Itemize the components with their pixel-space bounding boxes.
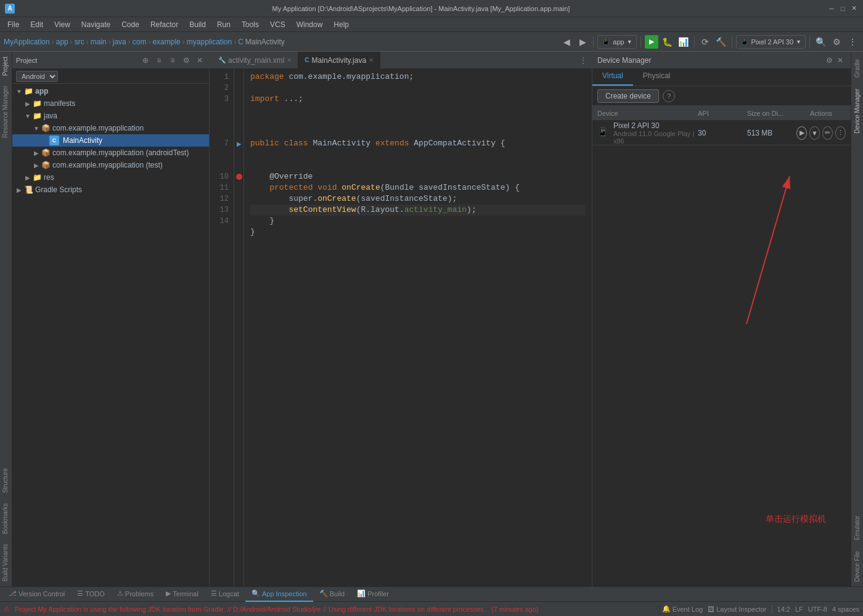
expand-arrow-gradle[interactable]: ▶ — [15, 187, 23, 193]
expand-arrow-app[interactable]: ▼ — [15, 88, 23, 95]
sidebar-tab-bookmarks[interactable]: Bookmarks — [0, 498, 12, 539]
breadcrumb-java[interactable]: java — [113, 38, 126, 46]
event-log-btn[interactable]: 🔔 Event Log — [662, 605, 703, 613]
breakpoint-10[interactable] — [236, 174, 242, 180]
tree-item-app[interactable]: ▼ 📁 app — [12, 85, 209, 97]
menu-window[interactable]: Window — [292, 19, 328, 30]
bottom-tab-build[interactable]: 🔨 Build — [313, 587, 351, 602]
dm-close-btn[interactable]: ✕ — [835, 55, 846, 66]
bottom-tab-appinspection[interactable]: 🔍 App Inspection — [245, 587, 313, 602]
tree-item-gradle[interactable]: ▶ 📜 Gradle Scripts — [12, 184, 209, 196]
run-button[interactable]: ▶ — [645, 35, 658, 49]
bottom-tab-problems[interactable]: ⚠ Problems — [111, 587, 160, 602]
tab-overflow-btn[interactable]: ⋮ — [577, 54, 589, 67]
tree-item-test[interactable]: ▶ 📦 com.example.myapplication (test) — [12, 159, 209, 171]
more-actions-btn[interactable]: ⋮ — [835, 126, 846, 140]
bottom-tab-versioncontrol[interactable]: ⎇ Version Control — [2, 587, 71, 602]
close-btn[interactable]: ✕ — [849, 4, 858, 13]
sidebar-tab-devicefile[interactable]: Device File — [852, 546, 862, 586]
layout-inspector-btn[interactable]: 🖼 Layout Inspector — [708, 606, 766, 613]
back-btn[interactable]: ◀ — [560, 35, 573, 49]
sidebar-tab-emulator[interactable]: Emulator — [852, 511, 862, 545]
breadcrumb-example[interactable]: example — [152, 38, 180, 46]
encoding[interactable]: UTF-8 — [808, 606, 827, 613]
sidebar-tab-gradle[interactable]: Gradle — [852, 54, 862, 83]
menu-refactor[interactable]: Refactor — [145, 19, 183, 30]
help-btn[interactable]: ? — [663, 90, 675, 102]
create-device-btn[interactable]: Create device — [597, 89, 659, 103]
sort-btn[interactable]: ≡ — [153, 55, 165, 66]
search-everywhere-btn[interactable]: 🔍 — [814, 35, 827, 49]
menu-vcs[interactable]: VCS — [265, 19, 290, 30]
breadcrumb-app[interactable]: app — [56, 38, 68, 46]
tree-item-package[interactable]: ▼ 📦 com.example.myapplication — [12, 122, 209, 134]
debug-btn[interactable]: 🐛 — [661, 35, 674, 49]
bottom-tab-logcat[interactable]: ☰ Logcat — [205, 587, 245, 602]
menu-file[interactable]: File — [2, 19, 24, 30]
menu-run[interactable]: Run — [212, 19, 235, 30]
settings-btn2[interactable]: ⚙ — [181, 55, 192, 66]
bottom-tab-todo[interactable]: ☰ TODO — [71, 587, 111, 602]
more-btn[interactable]: ⋮ — [846, 35, 859, 49]
add-dir-btn[interactable]: ⊕ — [140, 55, 151, 66]
breadcrumb-main[interactable]: main — [91, 38, 107, 46]
menu-code[interactable]: Code — [117, 19, 144, 30]
sidebar-tab-structure[interactable]: Structure — [0, 463, 12, 498]
pixel-selector[interactable]: 📱 Pixel 2 API 30 ▼ — [736, 35, 806, 49]
dm-settings-btn[interactable]: ⚙ — [824, 55, 835, 66]
profile-btn[interactable]: 📊 — [677, 35, 690, 49]
sidebar-tab-project[interactable]: Project — [0, 52, 12, 81]
line-ending[interactable]: LF — [795, 606, 803, 613]
maximize-btn[interactable]: □ — [838, 4, 847, 13]
project-view-dropdown[interactable]: Android Project — [16, 71, 58, 82]
expand-arrow-package[interactable]: ▼ — [32, 125, 41, 132]
build-btn[interactable]: 🔨 — [714, 35, 728, 49]
menu-navigate[interactable]: Navigate — [76, 19, 115, 30]
menu-edit[interactable]: Edit — [25, 19, 48, 30]
settings-btn[interactable]: ⚙ — [830, 35, 843, 49]
breadcrumb-src[interactable]: src — [75, 38, 84, 46]
dm-tab-virtual[interactable]: Virtual — [592, 69, 633, 86]
filter-btn[interactable]: ≡ — [167, 55, 178, 66]
tree-item-manifests[interactable]: ▶ 📁 manifests — [12, 97, 209, 110]
menu-build[interactable]: Build — [184, 19, 211, 30]
expand-arrow-res[interactable]: ▶ — [23, 174, 32, 181]
tree-item-androidtest[interactable]: ▶ 📦 com.example.myapplication (androidTe… — [12, 147, 209, 159]
edit-device-btn[interactable]: ✏ — [822, 126, 833, 140]
tree-item-res[interactable]: ▶ 📁 res — [12, 171, 209, 184]
indent[interactable]: 4 spaces — [832, 606, 859, 613]
dm-tab-physical[interactable]: Physical — [633, 69, 681, 86]
expand-arrow-manifests[interactable]: ▶ — [23, 100, 32, 107]
menu-tools[interactable]: Tools — [237, 19, 264, 30]
cursor-position[interactable]: 14:2 — [777, 606, 790, 613]
menu-help[interactable]: Help — [329, 19, 354, 30]
breadcrumb-myapplication[interactable]: MyApplication — [4, 38, 50, 46]
close-panel-btn[interactable]: ✕ — [194, 55, 205, 66]
expand-arrow-androidtest[interactable]: ▶ — [32, 150, 41, 156]
sidebar-tab-buildvariants[interactable]: Build Variants — [0, 539, 12, 586]
code-content[interactable]: package com.example.myapplication; impor… — [244, 69, 592, 586]
tab-mainactivity-java[interactable]: C MainActivity.java ✕ — [298, 52, 380, 69]
tab-close-java[interactable]: ✕ — [369, 57, 374, 63]
sync-btn[interactable]: ⟳ — [698, 35, 712, 49]
device-selector[interactable]: 📱 app ▼ — [597, 35, 636, 49]
run-indicator-7[interactable]: ▶ — [237, 140, 242, 147]
tab-activity-main-xml[interactable]: 🔧 activity_main.xml ✕ — [212, 52, 298, 69]
tab-close-xml[interactable]: ✕ — [287, 57, 292, 63]
sidebar-tab-devicemanager[interactable]: Device Manager — [852, 84, 862, 139]
run-emulator-btn[interactable]: ▶ — [796, 126, 807, 140]
tree-item-java[interactable]: ▼ 📁 java — [12, 110, 209, 122]
window-controls[interactable]: ─ □ ✕ — [827, 4, 858, 13]
breadcrumb-myapplication2[interactable]: myapplication — [187, 38, 232, 46]
forward-btn[interactable]: ▶ — [576, 35, 589, 49]
minimize-btn[interactable]: ─ — [827, 4, 836, 13]
expand-arrow-java[interactable]: ▼ — [23, 113, 32, 120]
tree-item-mainactivity[interactable]: C MainActivity — [12, 134, 209, 147]
breadcrumb-com[interactable]: com — [133, 38, 147, 46]
expand-arrow-test[interactable]: ▶ — [32, 162, 41, 169]
sidebar-tab-resource[interactable]: Resource Manager — [0, 81, 12, 143]
dropdown-action-btn[interactable]: ▼ — [809, 126, 820, 140]
bottom-tab-terminal[interactable]: ▶ Terminal — [160, 587, 205, 602]
menu-view[interactable]: View — [49, 19, 75, 30]
bottom-tab-profiler[interactable]: 📊 Profiler — [351, 587, 395, 602]
